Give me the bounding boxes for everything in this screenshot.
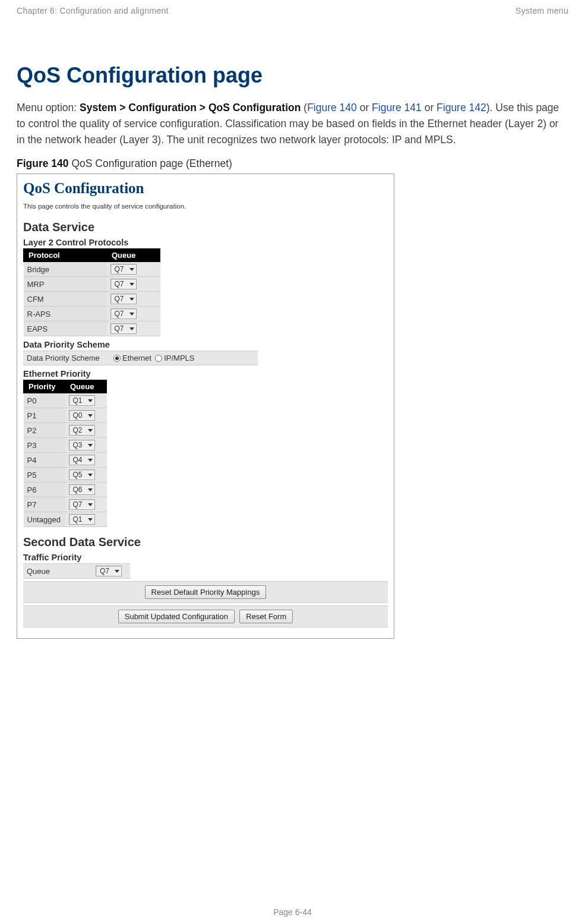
ep-queue-select[interactable]: Q6 xyxy=(69,484,95,495)
intro-prefix: Menu option: xyxy=(17,102,80,113)
link-figure-141[interactable]: Figure 141 xyxy=(372,102,422,113)
table-row: MRP Q7 xyxy=(24,277,160,292)
table-row: P1Q0 xyxy=(24,408,107,423)
ep-priority: P1 xyxy=(24,408,65,423)
ep-col-priority: Priority xyxy=(24,380,65,393)
l2cp-queue-select[interactable]: Q7 xyxy=(110,294,137,304)
scheme-radio-ipmpls[interactable]: IP/MPLS xyxy=(155,354,194,362)
chevron-down-icon xyxy=(88,474,93,477)
traffic-priority-row: Queue Q7 xyxy=(23,563,130,579)
submit-button[interactable]: Submit Updated Configuration xyxy=(118,610,235,623)
intro-open-paren: ( xyxy=(301,102,307,113)
chevron-down-icon xyxy=(88,444,93,447)
table-row: P6Q6 xyxy=(24,483,107,497)
ep-priority: P2 xyxy=(24,423,65,438)
chevron-down-icon xyxy=(129,283,134,286)
select-value: Q6 xyxy=(73,485,83,494)
chevron-down-icon xyxy=(129,268,134,271)
select-value: Q7 xyxy=(115,280,124,288)
select-value: Q7 xyxy=(115,265,124,273)
ep-queue-select[interactable]: Q5 xyxy=(69,469,95,480)
ep-priority: P3 xyxy=(24,438,65,453)
table-row: P5Q5 xyxy=(24,468,107,483)
ethernet-priority-heading: Ethernet Priority xyxy=(23,369,388,379)
select-value: Q7 xyxy=(100,567,109,575)
ep-priority: P4 xyxy=(24,453,65,468)
table-row: P3Q3 xyxy=(24,438,107,453)
scheme-heading: Data Priority Scheme xyxy=(23,340,388,349)
chevron-down-icon xyxy=(88,459,93,462)
reset-form-button[interactable]: Reset Form xyxy=(239,610,293,623)
select-value: Q7 xyxy=(73,500,83,509)
page-title: QoS Configuration page xyxy=(17,63,568,88)
l2cp-queue-select[interactable]: Q7 xyxy=(110,264,137,275)
ep-queue-select[interactable]: Q4 xyxy=(69,455,95,465)
ep-queue-select[interactable]: Q0 xyxy=(69,410,95,421)
figure-label: Figure 140 xyxy=(17,157,69,169)
select-value: Q3 xyxy=(73,441,83,449)
select-value: Q5 xyxy=(73,471,83,479)
table-row: P2Q2 xyxy=(24,423,107,438)
link-figure-142[interactable]: Figure 142 xyxy=(437,102,486,113)
qos-config-title: QoS Configuration xyxy=(23,180,388,197)
link-figure-140[interactable]: Figure 140 xyxy=(307,102,357,113)
ep-priority: P6 xyxy=(24,483,65,497)
table-row: CFM Q7 xyxy=(24,292,160,307)
l2cp-protocol: CFM xyxy=(24,292,107,307)
scheme-radio-ethernet[interactable]: Ethernet xyxy=(113,354,151,362)
intro-or2: or xyxy=(422,102,437,113)
qos-subtext: This page controls the quality of servic… xyxy=(23,203,388,210)
l2cp-queue-select[interactable]: Q7 xyxy=(110,279,137,289)
menu-path: System > Configuration > QoS Configurati… xyxy=(80,102,301,113)
l2cp-protocol: MRP xyxy=(24,277,107,292)
l2cp-queue-select[interactable]: Q7 xyxy=(110,308,137,319)
select-value: Q7 xyxy=(115,310,124,318)
table-row: Bridge Q7 xyxy=(24,262,160,277)
select-value: Q7 xyxy=(115,295,124,303)
table-row: EAPS Q7 xyxy=(24,321,160,336)
chevron-down-icon xyxy=(129,298,134,301)
chevron-down-icon xyxy=(115,570,119,573)
ep-priority: P5 xyxy=(24,468,65,483)
l2cp-protocol: EAPS xyxy=(24,321,107,336)
traffic-priority-heading: Traffic Priority xyxy=(23,553,388,562)
select-value: Q7 xyxy=(115,324,124,333)
radio-label: Ethernet xyxy=(122,354,151,362)
radio-icon xyxy=(155,355,162,362)
chevron-down-icon xyxy=(88,399,93,402)
l2cp-heading: Layer 2 Control Protocols xyxy=(23,238,388,247)
chevron-down-icon xyxy=(88,488,93,491)
ep-queue-select[interactable]: Q3 xyxy=(69,440,95,450)
page-footer: Page 6-44 xyxy=(0,907,585,917)
l2cp-protocol: R-APS xyxy=(24,307,107,321)
table-row: P0Q1 xyxy=(24,393,107,408)
button-row-reset-defaults: Reset Default Priority Mappings xyxy=(23,581,388,603)
table-row: P7Q7 xyxy=(24,497,107,512)
ep-queue-select[interactable]: Q1 xyxy=(69,395,95,406)
select-value: Q2 xyxy=(73,426,83,434)
table-row: UntaggedQ1 xyxy=(24,512,107,527)
chevron-down-icon xyxy=(129,313,134,316)
table-row: P4Q4 xyxy=(24,453,107,468)
chevron-down-icon xyxy=(88,429,93,432)
figure-caption-text: QoS Configuration page (Ethernet) xyxy=(69,157,232,169)
tp-queue-select[interactable]: Q7 xyxy=(96,566,122,576)
reset-defaults-button[interactable]: Reset Default Priority Mappings xyxy=(145,585,267,599)
ep-queue-select[interactable]: Q1 xyxy=(69,514,95,525)
second-data-service-heading: Second Data Service xyxy=(23,535,388,549)
table-row: R-APS Q7 xyxy=(24,307,160,321)
chevron-down-icon xyxy=(88,503,93,506)
header-left: Chapter 6: Configuration and alignment xyxy=(17,6,169,15)
ep-priority: P0 xyxy=(24,393,65,408)
data-service-heading: Data Service xyxy=(23,220,388,234)
l2cp-queue-select[interactable]: Q7 xyxy=(110,323,137,334)
figure-140-frame: QoS Configuration This page controls the… xyxy=(17,174,394,639)
radio-icon xyxy=(113,355,121,362)
button-row-submit: Submit Updated Configuration Reset Form xyxy=(23,606,388,627)
ep-queue-select[interactable]: Q7 xyxy=(69,499,95,510)
figure-caption: Figure 140 QoS Configuration page (Ether… xyxy=(17,157,568,170)
chevron-down-icon xyxy=(129,327,134,330)
l2cp-col-protocol: Protocol xyxy=(24,249,107,262)
ep-queue-select[interactable]: Q2 xyxy=(69,425,95,436)
radio-label: IP/MPLS xyxy=(164,354,194,362)
